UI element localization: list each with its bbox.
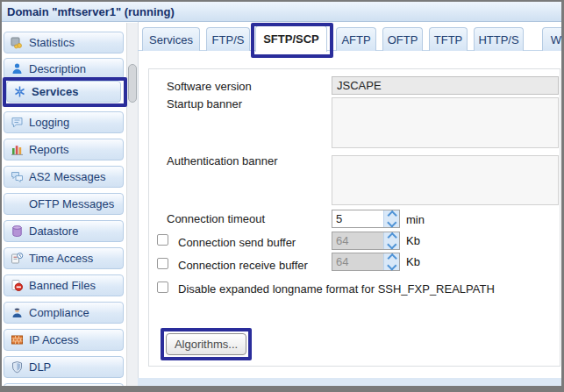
tab-label: FTP/S [212, 33, 245, 46]
tab-label: TFTP [434, 33, 463, 46]
chevron-down-icon[interactable] [387, 260, 396, 270]
connection-receive-buffer-unit: Kb [406, 255, 420, 268]
tab-label: Services [149, 33, 193, 46]
tab-label: OFTP [388, 33, 418, 46]
tab-sftp-scp[interactable]: SFTP/SCP [255, 25, 327, 52]
tab-label: SFTP/SCP [263, 32, 319, 46]
sidebar-item-label: Banned Files [29, 279, 96, 292]
sidebar-scrollbar-thumb[interactable] [128, 64, 137, 103]
brick-wall-icon [11, 333, 24, 346]
connections-icon [11, 388, 24, 392]
connection-receive-buffer-input[interactable] [332, 253, 383, 270]
sidebar-item-ip-access[interactable]: IP Access [4, 329, 124, 351]
software-version-input[interactable] [332, 76, 559, 95]
sidebar-item-banned-files[interactable]: Banned Files [4, 274, 124, 296]
sidebar-item-label: DLP [29, 360, 51, 374]
connection-send-buffer-input[interactable] [332, 232, 383, 249]
algorithms-button[interactable]: Algorithms... [166, 333, 246, 355]
connection-send-buffer-checkbox[interactable] [157, 234, 168, 246]
sidebar-item-description[interactable]: Description [4, 58, 124, 80]
tab-aftp[interactable]: AFTP [336, 27, 376, 51]
disable-longname-checkbox[interactable] [157, 282, 168, 293]
clock-icon [11, 252, 24, 265]
speech-bubble-icon [11, 116, 24, 129]
chevron-down-icon[interactable] [387, 239, 396, 249]
sidebar-item-label: Compliance [29, 306, 89, 319]
database-icon [11, 225, 24, 238]
authentication-banner-textarea[interactable] [332, 155, 559, 205]
connection-send-buffer-unit: Kb [406, 234, 420, 247]
sidebar-item-label: OFTP Messages [29, 197, 114, 210]
sidebar-item-label: Datastore [29, 225, 78, 238]
tab-web[interactable]: Web [542, 27, 564, 51]
tab-tftp[interactable]: TFTP [429, 27, 468, 51]
sidebar-item-label: Services [32, 85, 79, 98]
app-window: Domain "mftserver1" (running) Statistics… [0, 0, 564, 392]
statistics-icon [11, 36, 24, 49]
sidebar-item-label: Connections [29, 388, 92, 392]
chevron-down-icon[interactable] [387, 217, 396, 227]
sidebar-item-reports[interactable]: Reports [4, 139, 124, 160]
software-version-label: Software version [167, 80, 252, 93]
connection-send-buffer-label: Connection send buffer [178, 236, 296, 249]
sidebar-item-oftp-messages[interactable]: OFTP Messages [4, 193, 124, 215]
sidebar-item-compliance[interactable]: Compliance [4, 302, 124, 324]
sidebar-item-label: Statistics [29, 36, 75, 49]
sidebar-item-datastore[interactable]: Datastore [4, 220, 124, 242]
disable-longname-label: Disable expanded longname format for SSH… [178, 282, 495, 296]
connection-receive-buffer-checkbox[interactable] [157, 258, 168, 269]
sidebar-item-label: Logging [29, 116, 69, 129]
startup-banner-label: Startup banner [167, 97, 242, 110]
bar-chart-icon [11, 143, 24, 156]
sidebar-item-label: IP Access [29, 333, 79, 346]
startup-banner-textarea[interactable] [332, 97, 559, 148]
tab-https[interactable]: HTTP/S [474, 27, 524, 51]
shield-icon [11, 360, 24, 374]
sidebar-item-logging[interactable]: Logging [4, 111, 124, 133]
services-icon [13, 85, 26, 98]
tab-label: Web [551, 33, 564, 46]
tab-label: AFTP [341, 33, 370, 46]
window-title: Domain "mftserver1" (running) [7, 5, 175, 18]
sidebar-item-connections[interactable]: Connections [4, 383, 124, 392]
authentication-banner-label: Authentication banner [167, 154, 277, 167]
sidebar-item-label: Time Access [29, 252, 93, 265]
sidebar-item-label: Reports [29, 143, 69, 156]
bottom-strip [138, 378, 564, 386]
connection-receive-buffer-label: Connection receive buffer [178, 259, 308, 272]
connection-receive-buffer-spinner [332, 253, 400, 271]
tab-label: HTTP/S [478, 33, 518, 46]
spinner-arrows[interactable] [383, 232, 399, 249]
window-titlebar: Domain "mftserver1" (running) [2, 2, 561, 22]
connection-timeout-spinner [332, 210, 400, 228]
spinner-arrows[interactable] [383, 253, 399, 270]
sidebar-item-services[interactable]: Services [6, 81, 121, 103]
spinner-arrows[interactable] [383, 210, 399, 227]
sidebar-item-as2-messages[interactable]: AS2 Messages [4, 166, 124, 188]
banned-icon [11, 279, 24, 292]
sidebar-item-time-access[interactable]: Time Access [4, 247, 124, 269]
sidebar-item-label: AS2 Messages [29, 170, 105, 183]
officer-icon [11, 306, 24, 319]
tab-oftp[interactable]: OFTP [382, 27, 423, 51]
connection-timeout-label: Connection timeout [167, 212, 265, 225]
connection-send-buffer-spinner [332, 232, 400, 250]
tab-services[interactable]: Services [142, 27, 200, 51]
person-icon [11, 62, 24, 75]
messages-icon [11, 170, 24, 183]
tab-ftps[interactable]: FTP/S [206, 27, 250, 51]
sidebar-item-dlp[interactable]: DLP [4, 356, 124, 378]
connection-timeout-unit: min [406, 213, 425, 226]
sidebar-item-statistics[interactable]: Statistics [4, 32, 124, 53]
sidebar-item-label: Description [29, 62, 86, 75]
connection-timeout-input[interactable] [332, 210, 383, 227]
no-icon [11, 197, 24, 210]
